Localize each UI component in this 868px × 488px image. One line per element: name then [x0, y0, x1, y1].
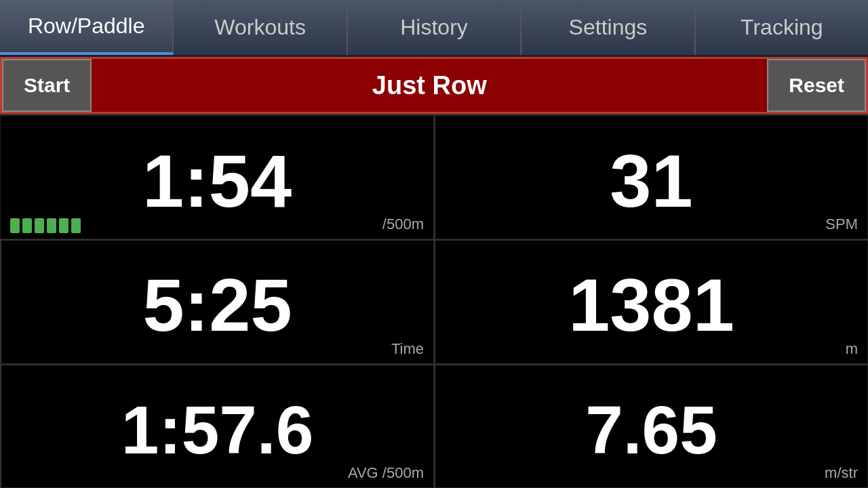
spm-cell: 31 SPM — [434, 115, 868, 239]
pace-label: /500m — [382, 216, 424, 233]
stroke-seg-1 — [10, 218, 20, 233]
avg-pace-value: 1:57.6 — [121, 396, 314, 464]
header-row: Start Just Row Reset — [0, 57, 868, 114]
meters-cell: 1381 m — [434, 239, 868, 363]
nav-label-settings: Settings — [569, 15, 648, 40]
nav-item-tracking[interactable]: Tracking — [696, 0, 868, 55]
mstr-cell: 7.65 m/str — [434, 364, 868, 488]
nav-label-workouts: Workouts — [214, 15, 306, 40]
start-button[interactable]: Start — [2, 59, 92, 112]
stroke-seg-4 — [47, 218, 56, 233]
time-cell: 5:25 Time — [0, 239, 434, 363]
stroke-seg-6 — [71, 218, 81, 233]
data-grid: 1:54 /500m 31 SPM 5:25 Time 1381 m 1:57.… — [0, 114, 868, 488]
nav-item-row-paddle[interactable]: Row/Paddle — [0, 0, 174, 55]
avg-pace-label: AVG /500m — [348, 464, 424, 482]
nav-label-tracking: Tracking — [741, 15, 823, 40]
nav-item-history[interactable]: History — [348, 0, 521, 55]
meters-label: m — [846, 340, 858, 358]
avg-pace-cell: 1:57.6 AVG /500m — [0, 364, 434, 488]
mstr-label: m/str — [825, 464, 858, 482]
mstr-value: 7.65 — [585, 396, 717, 464]
reset-button[interactable]: Reset — [767, 59, 866, 112]
spm-label: SPM — [825, 216, 858, 233]
time-label: Time — [391, 340, 424, 358]
pace-value: 1:54 — [142, 144, 292, 218]
nav-item-settings[interactable]: Settings — [521, 0, 695, 55]
stroke-seg-5 — [59, 218, 68, 233]
workout-title: Just Row — [92, 71, 767, 100]
meters-value: 1381 — [568, 268, 734, 342]
stroke-seg-2 — [22, 218, 32, 233]
spm-value: 31 — [610, 144, 692, 218]
stroke-seg-3 — [35, 218, 44, 233]
nav-item-workouts[interactable]: Workouts — [174, 0, 347, 55]
nav-bar: Row/Paddle Workouts History Settings Tra… — [0, 0, 868, 57]
nav-label-history: History — [400, 15, 468, 40]
pace-cell: 1:54 /500m — [0, 115, 434, 239]
nav-label-row-paddle: Row/Paddle — [28, 14, 145, 39]
time-value: 5:25 — [142, 268, 292, 342]
stroke-bar — [10, 218, 81, 233]
